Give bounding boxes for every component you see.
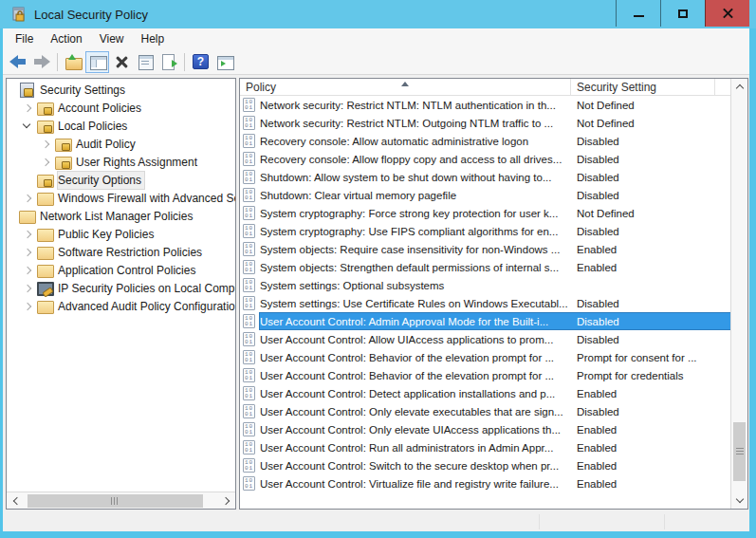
tree-item[interactable]: Windows Firewall with Advanced Secu xyxy=(7,189,235,207)
policy-doc-icon xyxy=(243,476,255,491)
policy-row[interactable]: User Account Control: Behavior of the el… xyxy=(240,366,730,384)
chevron-up-icon xyxy=(736,84,744,92)
policy-row[interactable]: User Account Control: Detect application… xyxy=(240,384,730,402)
expander-chevron-icon[interactable] xyxy=(19,189,37,207)
help-button[interactable] xyxy=(189,51,212,73)
expander-chevron-icon[interactable] xyxy=(19,243,37,261)
scroll-down-button[interactable] xyxy=(731,492,748,509)
expander-chevron-icon[interactable] xyxy=(19,99,37,117)
policy-row[interactable]: User Account Control: Virtualize file an… xyxy=(240,474,730,492)
policy-row[interactable]: User Account Control: Only elevate UIAcc… xyxy=(240,420,730,438)
show-action-pane-button[interactable] xyxy=(212,51,236,73)
tree-item[interactable]: Account Policies xyxy=(7,99,235,117)
properties-icon xyxy=(137,54,154,69)
forward-icon xyxy=(33,54,50,69)
chevron-right-icon xyxy=(221,496,229,504)
policy-row[interactable]: Shutdown: Allow system to be shut down w… xyxy=(240,168,730,186)
expander-chevron-icon[interactable] xyxy=(19,261,37,279)
policy-row[interactable]: System cryptography: Force strong key pr… xyxy=(240,204,730,222)
scroll-right-button[interactable] xyxy=(218,492,235,509)
chevron-down-icon xyxy=(736,495,744,503)
forward-button[interactable] xyxy=(29,51,53,73)
tree-item[interactable]: Security Settings xyxy=(7,81,235,99)
export-list-button[interactable] xyxy=(157,51,180,73)
security-setting-cell: Not Defined xyxy=(577,118,730,129)
maximize-button[interactable] xyxy=(660,0,705,27)
policy-name-cell: User Account Control: Switch to the secu… xyxy=(260,460,577,472)
policy-row[interactable]: User Account Control: Run all administra… xyxy=(240,438,730,456)
folder-icon xyxy=(19,209,35,223)
menu-item[interactable]: Help xyxy=(133,29,174,48)
scroll-up-button[interactable] xyxy=(731,79,748,95)
policy-name-cell: System cryptography: Force strong key pr… xyxy=(260,208,577,219)
folder-lock-icon xyxy=(55,137,71,151)
policy-doc-icon xyxy=(243,224,255,238)
tree-item[interactable]: Advanced Audit Policy Configuration xyxy=(7,297,235,315)
tree-item[interactable]: User Rights Assignment xyxy=(7,153,235,171)
up-one-level-button[interactable] xyxy=(62,51,85,73)
policy-row[interactable]: Network security: Restrict NTLM: Outgoin… xyxy=(240,114,730,132)
policy-row[interactable]: User Account Control: Admin Approval Mod… xyxy=(240,312,730,330)
minimize-button[interactable] xyxy=(616,0,660,27)
app-body: File Action View Help xyxy=(0,28,756,531)
policy-row[interactable]: System settings: Use Certificate Rules o… xyxy=(240,294,730,312)
policy-row[interactable]: Recovery console: Allow automatic admini… xyxy=(240,132,730,150)
tree-item-label: IP Security Policies on Local Compute xyxy=(58,282,235,295)
policy-row[interactable]: User Account Control: Behavior of the el… xyxy=(240,348,730,366)
tree-item-label: Windows Firewall with Advanced Secu xyxy=(58,192,235,205)
back-button[interactable] xyxy=(6,51,29,73)
policy-row[interactable]: System cryptography: Use FIPS compliant … xyxy=(240,222,730,240)
policy-row[interactable]: Network security: Restrict NTLM: NTLM au… xyxy=(240,96,730,114)
column-header-policy[interactable]: Policy xyxy=(240,79,571,95)
vertical-scroll-thumb[interactable] xyxy=(733,422,746,481)
tree-item[interactable]: Local Policies xyxy=(7,117,235,135)
security-setting-cell: Disabled xyxy=(577,406,730,417)
tree-horizontal-scrollbar[interactable] xyxy=(7,492,235,509)
policy-row[interactable]: User Account Control: Only elevate execu… xyxy=(240,402,730,420)
policy-row[interactable]: System objects: Strengthen default permi… xyxy=(240,258,730,276)
tree-item[interactable]: Network List Manager Policies xyxy=(7,207,235,225)
policy-name-cell: User Account Control: Behavior of the el… xyxy=(260,370,577,381)
policy-row[interactable]: User Account Control: Allow UIAccess app… xyxy=(240,330,730,348)
tree-item-label: Security Settings xyxy=(40,83,125,97)
policy-row[interactable]: System objects: Require case insensitivi… xyxy=(240,240,730,258)
policy-name-cell: System settings: Use Certificate Rules o… xyxy=(260,298,577,309)
policy-row[interactable]: Shutdown: Clear virtual memory pagefile … xyxy=(240,186,730,204)
properties-button[interactable] xyxy=(133,51,157,73)
policy-name-cell: User Account Control: Run all administra… xyxy=(260,442,577,454)
scroll-left-button[interactable] xyxy=(7,492,24,509)
show-console-tree-button[interactable] xyxy=(85,51,109,73)
security-setting-cell: Disabled xyxy=(577,172,730,183)
policy-row[interactable]: User Account Control: Switch to the secu… xyxy=(240,456,730,474)
tree-item[interactable]: Security Options xyxy=(7,171,235,189)
policy-name-cell: User Account Control: Allow UIAccess app… xyxy=(260,334,577,345)
expander-chevron-icon[interactable] xyxy=(19,225,37,243)
policy-name-cell: Recovery console: Allow floppy copy and … xyxy=(260,154,577,165)
menu-item[interactable]: Action xyxy=(42,29,90,48)
close-button[interactable] xyxy=(705,0,749,27)
tree-item[interactable]: IP Security Policies on Local Compute xyxy=(7,279,235,297)
expander-chevron-icon[interactable] xyxy=(19,297,37,315)
expander-chevron-icon[interactable] xyxy=(37,135,55,153)
menu-item[interactable]: File xyxy=(7,29,42,48)
menu-item[interactable]: View xyxy=(91,29,133,48)
tree-item[interactable]: Audit Policy xyxy=(7,135,235,153)
list-vertical-scrollbar[interactable] xyxy=(730,79,747,509)
tree-item[interactable]: Public Key Policies xyxy=(7,225,235,243)
delete-button[interactable] xyxy=(109,51,133,73)
expander-chevron-icon[interactable] xyxy=(19,279,37,297)
status-bar xyxy=(3,512,749,531)
tree-item[interactable]: Application Control Policies xyxy=(7,261,235,279)
expander-chevron-icon[interactable] xyxy=(19,117,37,135)
tree-item[interactable]: Software Restriction Policies xyxy=(7,243,235,261)
horizontal-scroll-thumb[interactable] xyxy=(28,494,203,508)
console-lock-icon xyxy=(19,83,35,97)
folder-lock-icon xyxy=(37,173,53,187)
policy-doc-icon xyxy=(243,170,255,184)
policy-row[interactable]: System settings: Optional subsystems xyxy=(240,276,730,294)
policy-row[interactable]: Recovery console: Allow floppy copy and … xyxy=(240,150,730,168)
expander-chevron-icon[interactable] xyxy=(37,153,55,171)
policy-doc-icon xyxy=(243,404,255,418)
security-setting-cell: Disabled xyxy=(577,226,730,237)
column-header-security-setting[interactable]: Security Setting xyxy=(571,79,715,95)
